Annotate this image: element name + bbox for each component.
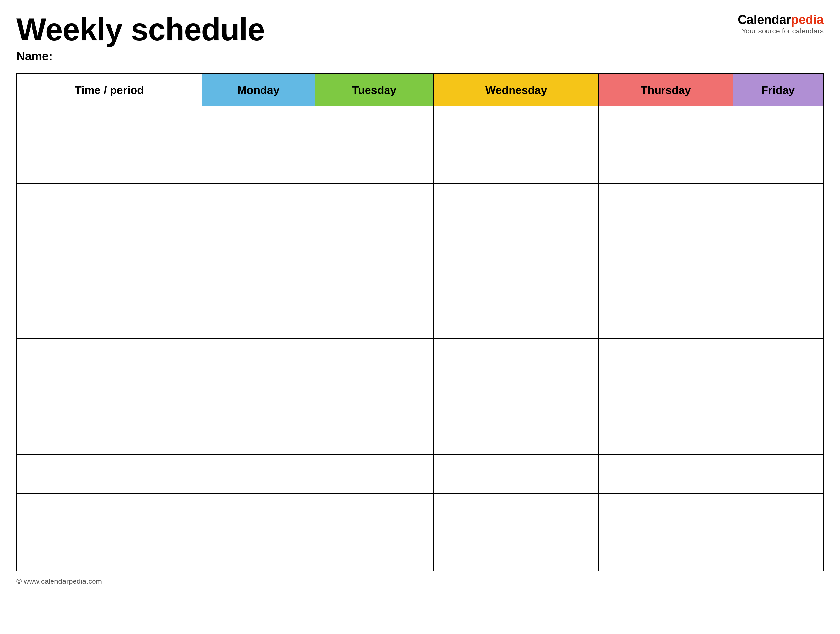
schedule-cell[interactable] <box>434 145 599 184</box>
schedule-cell[interactable] <box>315 339 433 377</box>
schedule-cell[interactable] <box>202 339 315 377</box>
schedule-cell[interactable] <box>434 532 599 571</box>
schedule-cell[interactable] <box>202 377 315 416</box>
schedule-cell[interactable] <box>202 106 315 145</box>
schedule-cell[interactable] <box>434 184 599 223</box>
schedule-cell[interactable] <box>434 377 599 416</box>
schedule-cell[interactable] <box>733 532 823 571</box>
schedule-cell[interactable] <box>434 416 599 455</box>
time-cell[interactable] <box>17 145 202 184</box>
schedule-cell[interactable] <box>733 416 823 455</box>
schedule-cell[interactable] <box>315 106 433 145</box>
logo-pedia-part: pedia <box>791 13 824 27</box>
schedule-cell[interactable] <box>315 493 433 532</box>
schedule-body <box>17 106 823 571</box>
col-header-friday: Friday <box>733 74 823 106</box>
header-row: Time / period Monday Tuesday Wednesday T… <box>17 74 823 106</box>
schedule-cell[interactable] <box>599 493 733 532</box>
schedule-cell[interactable] <box>202 455 315 493</box>
schedule-cell[interactable] <box>733 339 823 377</box>
col-header-thursday: Thursday <box>599 74 733 106</box>
table-row <box>17 493 823 532</box>
schedule-cell[interactable] <box>434 261 599 300</box>
time-cell[interactable] <box>17 416 202 455</box>
schedule-cell[interactable] <box>599 300 733 339</box>
logo-calendar-part: Calendar <box>737 13 791 27</box>
schedule-cell[interactable] <box>315 532 433 571</box>
schedule-cell[interactable] <box>733 377 823 416</box>
schedule-cell[interactable] <box>202 493 315 532</box>
schedule-cell[interactable] <box>599 377 733 416</box>
table-row <box>17 145 823 184</box>
logo-text: Calendarpedia <box>737 13 824 27</box>
schedule-cell[interactable] <box>202 261 315 300</box>
table-row <box>17 223 823 261</box>
table-row <box>17 261 823 300</box>
footer: © www.calendarpedia.com <box>16 577 824 586</box>
schedule-cell[interactable] <box>733 223 823 261</box>
col-header-tuesday: Tuesday <box>315 74 433 106</box>
table-row <box>17 455 823 493</box>
time-cell[interactable] <box>17 339 202 377</box>
table-row <box>17 377 823 416</box>
name-label: Name: <box>16 49 731 63</box>
schedule-cell[interactable] <box>315 377 433 416</box>
page-title: Weekly schedule <box>16 13 731 46</box>
time-cell[interactable] <box>17 377 202 416</box>
footer-url: © www.calendarpedia.com <box>16 577 102 585</box>
schedule-cell[interactable] <box>733 106 823 145</box>
schedule-cell[interactable] <box>599 145 733 184</box>
schedule-cell[interactable] <box>434 455 599 493</box>
table-row <box>17 532 823 571</box>
schedule-cell[interactable] <box>733 300 823 339</box>
schedule-cell[interactable] <box>733 455 823 493</box>
schedule-cell[interactable] <box>202 223 315 261</box>
schedule-cell[interactable] <box>315 416 433 455</box>
schedule-cell[interactable] <box>202 300 315 339</box>
schedule-cell[interactable] <box>599 261 733 300</box>
schedule-cell[interactable] <box>315 184 433 223</box>
schedule-cell[interactable] <box>599 532 733 571</box>
time-cell[interactable] <box>17 184 202 223</box>
time-cell[interactable] <box>17 261 202 300</box>
schedule-cell[interactable] <box>733 145 823 184</box>
schedule-cell[interactable] <box>315 261 433 300</box>
schedule-cell[interactable] <box>434 106 599 145</box>
schedule-cell[interactable] <box>315 455 433 493</box>
schedule-cell[interactable] <box>733 261 823 300</box>
schedule-cell[interactable] <box>599 106 733 145</box>
table-row <box>17 184 823 223</box>
schedule-cell[interactable] <box>434 223 599 261</box>
schedule-cell[interactable] <box>434 493 599 532</box>
schedule-cell[interactable] <box>733 184 823 223</box>
schedule-cell[interactable] <box>315 300 433 339</box>
schedule-cell[interactable] <box>315 145 433 184</box>
col-header-wednesday: Wednesday <box>434 74 599 106</box>
time-cell[interactable] <box>17 106 202 145</box>
time-cell[interactable] <box>17 493 202 532</box>
schedule-cell[interactable] <box>202 416 315 455</box>
table-row <box>17 339 823 377</box>
time-cell[interactable] <box>17 223 202 261</box>
time-cell[interactable] <box>17 532 202 571</box>
header-section: Weekly schedule Name: Calendarpedia Your… <box>16 13 824 63</box>
schedule-cell[interactable] <box>599 339 733 377</box>
schedule-cell[interactable] <box>434 339 599 377</box>
title-area: Weekly schedule Name: <box>16 13 731 63</box>
schedule-cell[interactable] <box>599 223 733 261</box>
table-row <box>17 106 823 145</box>
col-header-monday: Monday <box>202 74 315 106</box>
schedule-cell[interactable] <box>599 455 733 493</box>
time-cell[interactable] <box>17 455 202 493</box>
schedule-cell[interactable] <box>202 532 315 571</box>
schedule-cell[interactable] <box>599 184 733 223</box>
schedule-cell[interactable] <box>733 493 823 532</box>
schedule-cell[interactable] <box>315 223 433 261</box>
table-row <box>17 416 823 455</box>
schedule-cell[interactable] <box>434 300 599 339</box>
schedule-cell[interactable] <box>202 145 315 184</box>
time-cell[interactable] <box>17 300 202 339</box>
schedule-cell[interactable] <box>202 184 315 223</box>
logo-area: Calendarpedia Your source for calendars <box>731 13 824 35</box>
schedule-cell[interactable] <box>599 416 733 455</box>
